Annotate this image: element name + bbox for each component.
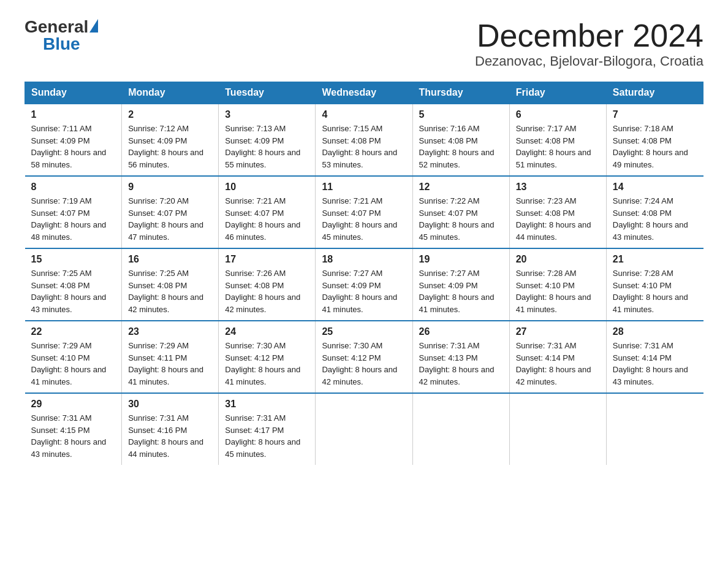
day-number: 7	[613, 109, 697, 120]
calendar-cell: 6 Sunrise: 7:17 AMSunset: 4:08 PMDayligh…	[509, 104, 606, 176]
day-info: Sunrise: 7:22 AMSunset: 4:07 PMDaylight:…	[419, 196, 495, 242]
week-row-2: 8 Sunrise: 7:19 AMSunset: 4:07 PMDayligh…	[25, 176, 703, 248]
calendar-cell	[606, 393, 703, 465]
calendar-cell: 16 Sunrise: 7:25 AMSunset: 4:08 PMDaylig…	[122, 248, 219, 321]
day-info: Sunrise: 7:26 AMSunset: 4:08 PMDaylight:…	[225, 269, 300, 314]
calendar-cell: 12 Sunrise: 7:22 AMSunset: 4:07 PMDaylig…	[412, 176, 509, 248]
day-number: 18	[322, 254, 406, 265]
week-row-4: 22 Sunrise: 7:29 AMSunset: 4:10 PMDaylig…	[25, 321, 703, 393]
calendar-cell: 15 Sunrise: 7:25 AMSunset: 4:08 PMDaylig…	[25, 248, 122, 321]
calendar-cell: 25 Sunrise: 7:30 AMSunset: 4:12 PMDaylig…	[316, 321, 412, 393]
day-number: 12	[419, 182, 503, 193]
calendar-cell: 28 Sunrise: 7:31 AMSunset: 4:14 PMDaylig…	[606, 321, 703, 393]
day-number: 26	[419, 326, 503, 337]
day-info: Sunrise: 7:31 AMSunset: 4:13 PMDaylight:…	[419, 341, 495, 386]
day-info: Sunrise: 7:16 AMSunset: 4:08 PMDaylight:…	[419, 124, 495, 169]
day-number: 9	[128, 182, 212, 193]
day-info: Sunrise: 7:28 AMSunset: 4:10 PMDaylight:…	[613, 269, 688, 314]
day-info: Sunrise: 7:18 AMSunset: 4:08 PMDaylight:…	[613, 124, 688, 169]
day-info: Sunrise: 7:31 AMSunset: 4:14 PMDaylight:…	[613, 341, 688, 386]
calendar-cell: 4 Sunrise: 7:15 AMSunset: 4:08 PMDayligh…	[316, 104, 412, 176]
calendar-cell: 26 Sunrise: 7:31 AMSunset: 4:13 PMDaylig…	[412, 321, 509, 393]
calendar-cell: 13 Sunrise: 7:23 AMSunset: 4:08 PMDaylig…	[509, 176, 606, 248]
day-number: 14	[613, 182, 697, 193]
day-number: 31	[225, 399, 309, 410]
calendar-cell: 7 Sunrise: 7:18 AMSunset: 4:08 PMDayligh…	[606, 104, 703, 176]
logo-blue-text: Blue	[43, 36, 80, 53]
day-info: Sunrise: 7:27 AMSunset: 4:09 PMDaylight:…	[322, 269, 397, 314]
day-info: Sunrise: 7:27 AMSunset: 4:09 PMDaylight:…	[419, 269, 495, 314]
day-info: Sunrise: 7:12 AMSunset: 4:09 PMDaylight:…	[128, 124, 203, 169]
calendar-cell: 2 Sunrise: 7:12 AMSunset: 4:09 PMDayligh…	[122, 104, 219, 176]
day-info: Sunrise: 7:25 AMSunset: 4:08 PMDaylight:…	[31, 269, 107, 314]
day-info: Sunrise: 7:13 AMSunset: 4:09 PMDaylight:…	[225, 124, 300, 169]
calendar-cell: 18 Sunrise: 7:27 AMSunset: 4:09 PMDaylig…	[316, 248, 412, 321]
day-number: 2	[128, 109, 212, 120]
day-info: Sunrise: 7:31 AMSunset: 4:16 PMDaylight:…	[128, 413, 203, 459]
day-info: Sunrise: 7:30 AMSunset: 4:12 PMDaylight:…	[225, 341, 300, 386]
calendar-cell: 8 Sunrise: 7:19 AMSunset: 4:07 PMDayligh…	[25, 176, 122, 248]
calendar-cell: 23 Sunrise: 7:29 AMSunset: 4:11 PMDaylig…	[122, 321, 219, 393]
calendar-cell	[412, 393, 509, 465]
day-number: 8	[31, 182, 116, 193]
header-monday: Monday	[122, 82, 219, 104]
day-number: 28	[613, 326, 697, 337]
title-block: December 2024 Dezanovac, Bjelovar-Bilogo…	[475, 18, 703, 69]
day-number: 3	[225, 109, 309, 120]
day-info: Sunrise: 7:29 AMSunset: 4:10 PMDaylight:…	[31, 341, 107, 386]
calendar-cell: 27 Sunrise: 7:31 AMSunset: 4:14 PMDaylig…	[509, 321, 606, 393]
calendar-cell: 14 Sunrise: 7:24 AMSunset: 4:08 PMDaylig…	[606, 176, 703, 248]
week-row-1: 1 Sunrise: 7:11 AMSunset: 4:09 PMDayligh…	[25, 104, 703, 176]
calendar-cell: 19 Sunrise: 7:27 AMSunset: 4:09 PMDaylig…	[412, 248, 509, 321]
calendar-table: SundayMondayTuesdayWednesdayThursdayFrid…	[25, 82, 703, 465]
day-number: 1	[31, 109, 116, 120]
day-info: Sunrise: 7:31 AMSunset: 4:17 PMDaylight:…	[225, 413, 300, 459]
day-info: Sunrise: 7:24 AMSunset: 4:08 PMDaylight:…	[613, 196, 688, 242]
page-header: General Blue December 2024 Dezanovac, Bj…	[25, 18, 703, 69]
day-info: Sunrise: 7:11 AMSunset: 4:09 PMDaylight:…	[31, 124, 107, 169]
calendar-cell: 24 Sunrise: 7:30 AMSunset: 4:12 PMDaylig…	[219, 321, 316, 393]
logo-triangle-icon	[89, 19, 98, 33]
calendar-cell: 20 Sunrise: 7:28 AMSunset: 4:10 PMDaylig…	[509, 248, 606, 321]
day-number: 19	[419, 254, 503, 265]
day-info: Sunrise: 7:17 AMSunset: 4:08 PMDaylight:…	[516, 124, 591, 169]
day-number: 29	[31, 399, 116, 410]
day-number: 30	[128, 399, 212, 410]
header-friday: Friday	[509, 82, 606, 104]
calendar-cell: 22 Sunrise: 7:29 AMSunset: 4:10 PMDaylig…	[25, 321, 122, 393]
calendar-cell: 29 Sunrise: 7:31 AMSunset: 4:15 PMDaylig…	[25, 393, 122, 465]
day-info: Sunrise: 7:21 AMSunset: 4:07 PMDaylight:…	[322, 196, 397, 242]
calendar-cell: 9 Sunrise: 7:20 AMSunset: 4:07 PMDayligh…	[122, 176, 219, 248]
calendar-cell: 10 Sunrise: 7:21 AMSunset: 4:07 PMDaylig…	[219, 176, 316, 248]
day-number: 6	[516, 109, 600, 120]
day-number: 21	[613, 254, 697, 265]
day-info: Sunrise: 7:28 AMSunset: 4:10 PMDaylight:…	[516, 269, 591, 314]
day-number: 25	[322, 326, 406, 337]
calendar-cell	[509, 393, 606, 465]
calendar-cell	[316, 393, 412, 465]
day-info: Sunrise: 7:21 AMSunset: 4:07 PMDaylight:…	[225, 196, 300, 242]
day-info: Sunrise: 7:29 AMSunset: 4:11 PMDaylight:…	[128, 341, 203, 386]
calendar-cell: 5 Sunrise: 7:16 AMSunset: 4:08 PMDayligh…	[412, 104, 509, 176]
day-info: Sunrise: 7:31 AMSunset: 4:14 PMDaylight:…	[516, 341, 591, 386]
day-info: Sunrise: 7:30 AMSunset: 4:12 PMDaylight:…	[322, 341, 397, 386]
day-number: 20	[516, 254, 600, 265]
day-number: 5	[419, 109, 503, 120]
calendar-cell: 21 Sunrise: 7:28 AMSunset: 4:10 PMDaylig…	[606, 248, 703, 321]
day-number: 22	[31, 326, 116, 337]
day-info: Sunrise: 7:20 AMSunset: 4:07 PMDaylight:…	[128, 196, 203, 242]
header-sunday: Sunday	[25, 82, 122, 104]
day-number: 16	[128, 254, 212, 265]
day-info: Sunrise: 7:31 AMSunset: 4:15 PMDaylight:…	[31, 413, 107, 459]
day-number: 4	[322, 109, 406, 120]
calendar-cell: 30 Sunrise: 7:31 AMSunset: 4:16 PMDaylig…	[122, 393, 219, 465]
header-tuesday: Tuesday	[219, 82, 316, 104]
calendar-cell: 31 Sunrise: 7:31 AMSunset: 4:17 PMDaylig…	[219, 393, 316, 465]
day-number: 13	[516, 182, 600, 193]
week-row-5: 29 Sunrise: 7:31 AMSunset: 4:15 PMDaylig…	[25, 393, 703, 465]
calendar-header-row: SundayMondayTuesdayWednesdayThursdayFrid…	[25, 82, 703, 104]
week-row-3: 15 Sunrise: 7:25 AMSunset: 4:08 PMDaylig…	[25, 248, 703, 321]
day-info: Sunrise: 7:25 AMSunset: 4:08 PMDaylight:…	[128, 269, 203, 314]
header-saturday: Saturday	[606, 82, 703, 104]
day-number: 17	[225, 254, 309, 265]
